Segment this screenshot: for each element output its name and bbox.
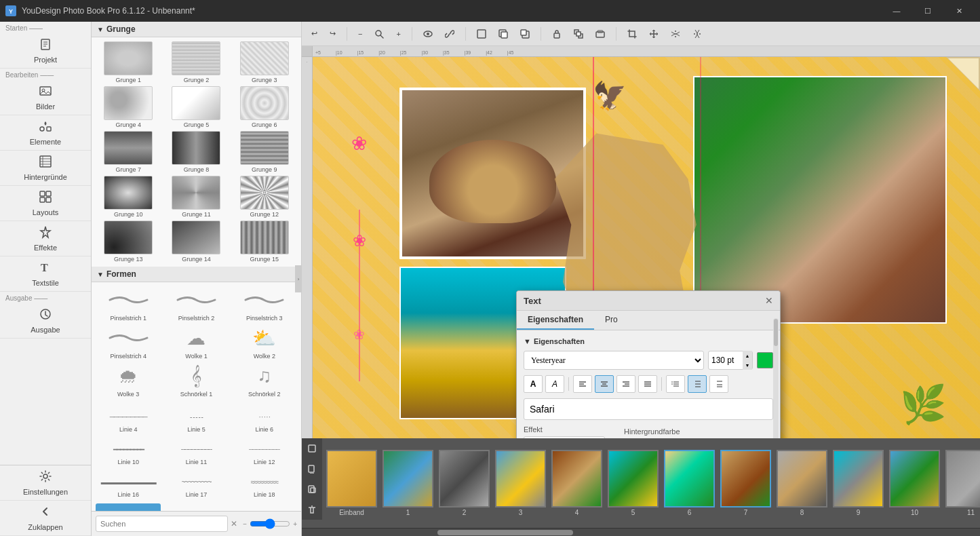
size-slider[interactable] [250, 516, 290, 532]
strip-tool-3[interactable] [305, 482, 319, 497]
grunge-item-grunge13[interactable]: Grunge 13 [96, 221, 161, 263]
italic-button[interactable]: A [545, 375, 564, 393]
flip-h-button[interactable] [667, 28, 684, 40]
grunge-item-grunge8[interactable]: Grunge 8 [163, 131, 229, 173]
line-item-linie17[interactable]: ~~~~~~~~~ Linie 17 [163, 471, 229, 501]
thumb-item-t2[interactable]: 2 [439, 450, 490, 516]
grunge-item-grunge1[interactable]: Grunge 1 [96, 41, 161, 83]
font-color-swatch[interactable] [757, 352, 773, 368]
dialog-scrollbar[interactable] [773, 318, 779, 438]
grunge-item-grunge12[interactable]: Grunge 12 [232, 176, 297, 218]
strip-tool-1[interactable] [305, 441, 319, 456]
line-item-linie10[interactable]: ━━━━━━━━━ Linie 10 [96, 438, 161, 468]
sidebar-item-textstile[interactable]: T Textstile [0, 256, 91, 292]
grunge-item-grunge2[interactable]: Grunge 2 [163, 41, 229, 83]
h-scroll-thumb[interactable] [437, 530, 573, 535]
align-left-button[interactable] [573, 375, 592, 393]
form-item-wolke3[interactable]: 🌧Wolke 3 [96, 362, 161, 398]
thumb-item-t4[interactable]: 4 [551, 450, 602, 516]
sidebar-item-layouts[interactable]: Layouts [0, 186, 91, 221]
form-item-ps3[interactable]: Pinselstrich 3 [232, 286, 297, 322]
effect-select[interactable]: Eigene Keine [524, 436, 605, 438]
sidebar-item-elemente[interactable]: Elemente [0, 115, 91, 151]
line-item-linie11[interactable]: ╌╌╌╌╌╌╌╌╌ Linie 11 [163, 438, 229, 468]
sidebar-item-effekte[interactable]: Effekte [0, 221, 91, 256]
undo-button[interactable]: ↩ [307, 28, 321, 39]
thumb-item-t7[interactable]: 7 [720, 450, 771, 516]
thumb-item-t5[interactable]: 5 [608, 450, 659, 516]
grunge-item-grunge15[interactable]: Grunge 15 [232, 221, 297, 263]
line-spacing-3[interactable] [709, 375, 728, 393]
line-item-linie5[interactable]: - - - - - Linie 5 [163, 406, 229, 436]
thumb-item-t8[interactable]: 8 [777, 450, 827, 516]
move-button[interactable] [645, 28, 663, 40]
strip-delete[interactable] [305, 502, 319, 517]
align-justify-button[interactable] [638, 375, 657, 393]
link-button[interactable] [441, 28, 458, 40]
group-button[interactable] [591, 28, 609, 40]
view-button[interactable] [419, 28, 437, 40]
align-center-button[interactable] [595, 375, 614, 393]
dialog-close-button[interactable]: ✕ [765, 295, 773, 306]
thumb-item-t3[interactable]: 3 [495, 450, 546, 516]
maximize-button[interactable]: ☐ [912, 0, 943, 22]
content-scroll-area[interactable]: ▼ Grunge Grunge 1 Grunge 2 Grunge 3 Grun… [92, 22, 301, 511]
line-item-linie12[interactable]: ┄┄┄┄┄┄┄┄┄ Linie 12 [232, 438, 297, 468]
thumb-item-einband[interactable]: Einband [326, 450, 377, 516]
grunge-item-grunge5[interactable]: Grunge 5 [163, 86, 229, 128]
line-item-linie24[interactable]: ─ ─ ─ ─ ─ Linie 24 [232, 503, 297, 511]
font-size-up[interactable]: ▲ [743, 351, 752, 360]
grunge-item-grunge6[interactable]: Grunge 6 [232, 86, 297, 128]
workspace-inner[interactable]: +5 |10 |15 |20 |25 |30 |35 |39 |42 |45 [313, 46, 980, 438]
form-item-schnorkel1[interactable]: 𝄞Schnörkel 1 [163, 362, 229, 398]
line-item-linie18[interactable]: ≈≈≈≈≈≈≈≈≈ Linie 18 [232, 471, 297, 501]
arrange-button[interactable] [570, 28, 587, 40]
grunge-item-grunge7[interactable]: Grunge 7 [96, 131, 161, 173]
grunge-item-grunge3[interactable]: Grunge 3 [232, 41, 297, 83]
lock-button[interactable] [548, 28, 566, 40]
h-scrollbar[interactable] [302, 528, 980, 536]
thumb-item-t9[interactable]: 9 [833, 450, 884, 516]
line-item-linie23[interactable]: ––––––––– Linie 23 [163, 503, 229, 511]
collapse-panel-button[interactable]: › [295, 265, 302, 292]
line-item-linie6[interactable]: · · · · · Linie 6 [232, 406, 297, 436]
lion-photo[interactable] [399, 88, 587, 259]
line-item-linie16[interactable]: ▬▬▬▬▬▬▬▬▬ Linie 16 [96, 471, 161, 501]
font-size-down[interactable]: ▼ [743, 360, 752, 370]
text-content-input[interactable] [524, 398, 773, 420]
zoom-out-button[interactable]: − [354, 28, 366, 39]
minimize-button[interactable]: — [881, 0, 912, 22]
zoom-icon-button[interactable] [370, 28, 388, 40]
align-right-button[interactable] [616, 375, 635, 393]
grunge-item-grunge11[interactable]: Grunge 11 [163, 176, 229, 218]
grunge-item-grunge9[interactable]: Grunge 9 [232, 131, 297, 173]
tab-pro[interactable]: Pro [594, 311, 629, 330]
search-clear-button[interactable]: ✕ [231, 519, 237, 529]
thumb-item-t6[interactable]: 6 [664, 450, 715, 516]
font-size-input[interactable] [709, 351, 743, 369]
line-spacing-2[interactable] [688, 375, 707, 393]
baboon-photo[interactable] [693, 76, 947, 324]
formen-section-header[interactable]: ▼ Formen [92, 267, 301, 282]
line-item-linie22[interactable]: ═════════ Linie 22 [96, 503, 161, 511]
sidebar-item-ausgabe[interactable]: Ausgabe [0, 303, 91, 339]
sidebar-item-zuklappen[interactable]: Zuklappen [0, 501, 91, 536]
sidebar-item-hintergruende[interactable]: Hintergründe [0, 151, 91, 186]
thumb-item-t10[interactable]: 10 [889, 450, 940, 516]
form-item-wolke1[interactable]: ☁Wolke 1 [163, 324, 229, 360]
sidebar-item-einstellungen[interactable]: Einstellungen [0, 465, 91, 501]
form-item-ps2[interactable]: Pinselstrich 2 [163, 286, 229, 322]
strip-tool-2[interactable] [305, 461, 319, 476]
frame-copy-button[interactable] [494, 28, 512, 40]
form-item-wolke2[interactable]: ⛅Wolke 2 [232, 324, 297, 360]
sidebar-item-bilder[interactable]: Bilder [0, 80, 91, 115]
grunge-item-grunge4[interactable]: Grunge 4 [96, 86, 161, 128]
search-input[interactable] [96, 516, 228, 532]
bold-button[interactable]: A [524, 375, 543, 393]
line-spacing-1[interactable] [666, 375, 685, 393]
line-item-linie4[interactable]: ───────── Linie 4 [96, 406, 161, 436]
redo-button[interactable]: ↪ [326, 28, 340, 39]
thumb-item-t11[interactable]: 11 [945, 450, 980, 516]
zoom-in-button[interactable]: + [392, 28, 404, 39]
form-item-ps1[interactable]: Pinselstrich 1 [96, 286, 161, 322]
